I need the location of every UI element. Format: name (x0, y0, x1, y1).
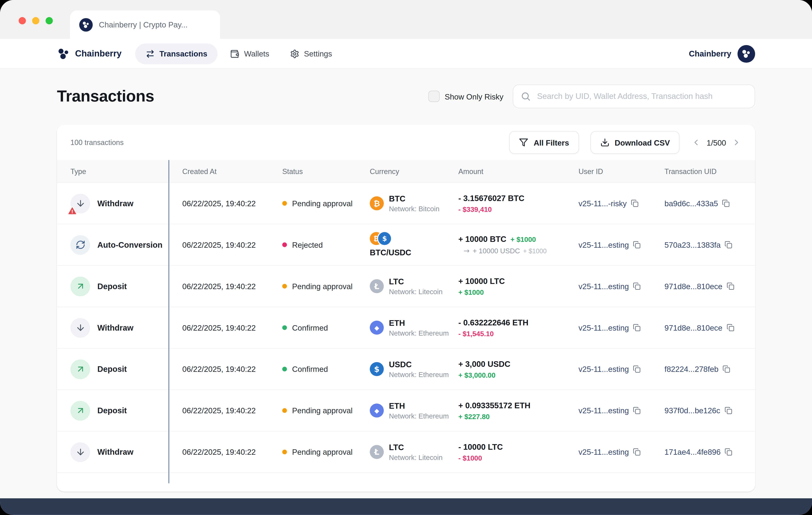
risky-warning-icon (68, 206, 77, 215)
status-label: Pending approval (292, 282, 352, 290)
table-row[interactable]: Deposit 06/22/2025, 19:40:22 Confirmed U… (57, 349, 755, 390)
search-icon (521, 91, 531, 102)
withdraw-arrow-down-icon (75, 198, 85, 208)
status-dot (282, 408, 287, 413)
table-row[interactable]: Withdraw 06/22/2025, 19:40:22 Confirmed … (57, 307, 755, 349)
usdc-icon (378, 232, 391, 245)
main-content: Transactions Show Only Risky 100 transac… (0, 69, 812, 515)
type-icon (70, 276, 90, 296)
copy-icon[interactable] (723, 365, 730, 373)
minimize-button[interactable] (32, 17, 39, 24)
transaction-uid: 971d8e...810ece (664, 323, 722, 332)
chainberry-logo-icon (741, 49, 752, 59)
amount-sub: - $1,545.10 (458, 330, 494, 338)
transactions-card: 100 transactions All Filters Download CS… (57, 125, 755, 492)
chevron-left-icon (692, 138, 701, 147)
account-menu[interactable]: Chainberry (689, 45, 755, 62)
currency-code: USDC (389, 360, 449, 369)
avatar (737, 45, 755, 62)
currency-icon (370, 445, 384, 459)
status-label: Confirmed (292, 323, 328, 332)
status-dot (282, 284, 287, 289)
copy-icon[interactable] (633, 282, 641, 290)
type-icon (70, 235, 90, 255)
column-header-user-id[interactable]: User ID (579, 167, 664, 175)
nav-item-settings[interactable]: Settings (282, 43, 340, 64)
transaction-uid: 937f0d...be126c (664, 406, 720, 415)
transaction-uid: 171ae4...4fe896 (664, 448, 721, 456)
column-header-created-at[interactable]: Created At (182, 167, 282, 175)
currency-network: Network: Litecoin (389, 454, 443, 461)
search-input[interactable] (536, 91, 747, 102)
pagination-label: 1/500 (707, 138, 726, 147)
table-row[interactable]: Auto-Conversion 06/22/2025, 19:40:22 Rej… (57, 224, 755, 266)
copy-icon[interactable] (633, 448, 641, 456)
transaction-type-label: Withdraw (97, 199, 133, 208)
chainberry-logo-icon (57, 47, 70, 60)
currency-icon (370, 403, 384, 418)
copy-icon[interactable] (633, 407, 641, 414)
table-row[interactable]: Withdraw 06/22/2025, 19:40:22 Pending ap… (57, 431, 755, 473)
window-bottom-bar (0, 498, 812, 515)
deposit-arrow-up-right-icon (75, 406, 85, 416)
nav-item-transactions[interactable]: Transactions (135, 43, 218, 64)
status-dot (282, 450, 287, 454)
copy-icon[interactable] (722, 199, 730, 207)
type-icon (70, 194, 90, 213)
currency-pair-code: BTC/USDC (370, 248, 458, 257)
brand[interactable]: Chainberry (57, 47, 122, 60)
prev-page-button[interactable] (691, 137, 701, 148)
copy-icon[interactable] (633, 324, 641, 332)
search-box (513, 85, 755, 108)
copy-icon[interactable] (725, 448, 732, 456)
column-header-currency[interactable]: Currency (370, 167, 458, 175)
copy-icon[interactable] (726, 282, 734, 290)
copy-icon[interactable] (633, 365, 641, 373)
top-nav: Chainberry Transactions Wallets Settings… (0, 39, 812, 69)
currency-network: Network: Litecoin (389, 288, 443, 295)
user-id: v25-11...esting (579, 323, 629, 332)
copy-icon[interactable] (726, 324, 734, 332)
column-header-type[interactable]: Type (70, 167, 182, 175)
browser-tab[interactable]: Chainberry | Crypto Pay... (70, 10, 220, 39)
deposit-arrow-up-right-icon (75, 281, 85, 291)
conversion-refresh-icon (75, 240, 85, 250)
transaction-uid: 570a23...1383fa (664, 240, 721, 249)
created-at: 06/22/2025, 19:40:22 (182, 406, 282, 415)
column-resize-indicator[interactable] (168, 160, 169, 483)
tab-title: Chainberry | Crypto Pay... (99, 20, 187, 29)
close-button[interactable] (19, 17, 26, 24)
funnel-icon (519, 138, 528, 147)
column-header-amount[interactable]: Amount (458, 167, 578, 175)
currency-code: LTC (389, 277, 443, 286)
download-csv-button[interactable]: Download CSV (590, 131, 680, 154)
user-id: v25-11...esting (579, 365, 629, 373)
column-header-status[interactable]: Status (282, 167, 370, 175)
transaction-type-label: Auto-Conversion (97, 240, 162, 250)
nav-item-wallets[interactable]: Wallets (222, 43, 278, 64)
copy-icon[interactable] (725, 241, 732, 249)
copy-icon[interactable] (633, 241, 641, 249)
amount-main: - 0.632222646 ETH (458, 318, 528, 327)
table-row[interactable]: Deposit 06/22/2025, 19:40:22 Pending app… (57, 390, 755, 431)
show-only-risky-checkbox[interactable] (428, 91, 439, 102)
currency-icon (370, 279, 384, 293)
all-filters-button[interactable]: All Filters (509, 131, 579, 154)
copy-icon[interactable] (631, 199, 639, 207)
next-page-button[interactable] (731, 137, 742, 148)
created-at: 06/22/2025, 19:40:22 (182, 282, 282, 290)
account-name: Chainberry (689, 49, 731, 58)
currency-code: ETH (389, 401, 449, 411)
wallet-icon (230, 49, 239, 58)
column-header-transaction-uid[interactable]: Transaction UID (664, 167, 742, 175)
transaction-type-label: Withdraw (97, 323, 133, 333)
zoom-button[interactable] (46, 17, 53, 24)
table-row[interactable]: Withdraw 06/22/2025, 19:40:22 Pending ap… (57, 183, 755, 224)
status-label: Pending approval (292, 448, 352, 456)
copy-icon[interactable] (724, 407, 732, 414)
amount-main: + 10000 BTC (458, 235, 506, 244)
table-row[interactable]: Deposit 06/22/2025, 19:40:22 Pending app… (57, 266, 755, 307)
table-header: Type Created At Status Currency Amount U… (57, 160, 755, 183)
withdraw-arrow-down-icon (75, 323, 85, 333)
swap-icon (145, 49, 155, 58)
